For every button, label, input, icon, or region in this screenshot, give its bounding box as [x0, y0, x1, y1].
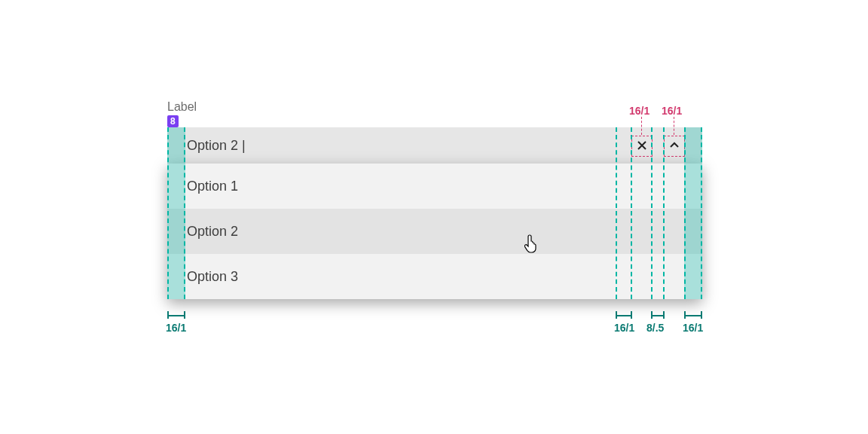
field-label: Label	[167, 100, 197, 114]
combobox-input-value: Option 2 |	[187, 138, 702, 154]
option-label: Option 2	[187, 224, 238, 240]
pink-guide-line	[674, 117, 674, 135]
bracket-label: 8/.5	[646, 322, 664, 334]
guide-label-icon2-top: 16/1	[662, 105, 682, 117]
bracket-label: 16/1	[614, 322, 634, 334]
combobox-option-hover[interactable]: Option 2	[167, 209, 702, 254]
guide-label-icon1-top: 16/1	[629, 105, 649, 117]
spacing-badge: 8	[167, 115, 179, 127]
bracket-left-pad	[167, 308, 185, 322]
bracket-icon1	[616, 308, 632, 322]
option-label: Option 1	[187, 179, 238, 194]
combobox-listbox: Option 1 Option 2 Option 3	[167, 164, 702, 299]
chevron-up-icon	[669, 140, 680, 151]
close-icon	[637, 140, 647, 151]
pink-guide-line	[641, 117, 642, 135]
clear-button[interactable]	[633, 136, 651, 154]
bracket-gap	[651, 308, 665, 322]
bracket-label: 16/1	[683, 322, 703, 334]
combobox-option[interactable]: Option 3	[167, 254, 702, 299]
collapse-button[interactable]	[665, 136, 683, 154]
option-label: Option 3	[187, 269, 238, 285]
combobox-option[interactable]: Option 1	[167, 164, 702, 209]
combobox-input-row[interactable]: Option 2 |	[167, 127, 702, 164]
bracket-right-pad	[684, 308, 702, 322]
bracket-label: 16/1	[166, 322, 186, 334]
